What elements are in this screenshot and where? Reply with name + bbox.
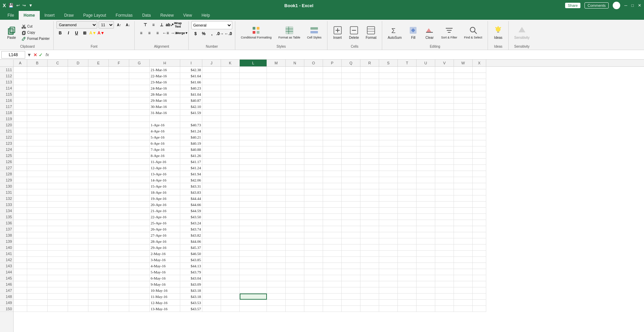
cell-a123[interactable] xyxy=(14,140,27,146)
cell-m150[interactable] xyxy=(267,306,286,312)
cell-k149[interactable] xyxy=(221,300,240,306)
row-num-139[interactable]: 139 xyxy=(0,238,13,244)
cell-a147[interactable] xyxy=(14,287,27,294)
cell-c146[interactable] xyxy=(48,281,68,287)
cell-x133[interactable] xyxy=(473,202,486,208)
cell-s116[interactable] xyxy=(379,97,398,104)
cell-a148[interactable] xyxy=(14,294,27,300)
cell-f111[interactable] xyxy=(109,67,129,73)
cell-n143[interactable] xyxy=(286,263,304,269)
format-painter-button[interactable]: Format Painter xyxy=(20,36,51,42)
cell-n134[interactable] xyxy=(286,208,304,214)
cell-c140[interactable] xyxy=(48,244,68,251)
align-middle-button[interactable]: ≡ xyxy=(150,21,157,29)
cell-d129[interactable] xyxy=(68,177,88,183)
cell-h119[interactable] xyxy=(150,116,180,122)
cell-u146[interactable] xyxy=(417,281,435,287)
cell-e144[interactable] xyxy=(88,269,109,275)
cell-a125[interactable] xyxy=(14,153,27,159)
cell-f149[interactable] xyxy=(109,300,129,306)
cell-l114[interactable] xyxy=(240,85,267,91)
cell-d132[interactable] xyxy=(68,195,88,202)
cell-s150[interactable] xyxy=(379,306,398,312)
cell-a112[interactable] xyxy=(14,73,27,79)
cell-b142[interactable] xyxy=(27,257,48,263)
cell-c131[interactable] xyxy=(48,189,68,195)
cell-r123[interactable] xyxy=(360,140,379,146)
cell-q124[interactable] xyxy=(342,146,360,153)
cell-h136[interactable]: 25-Apr-16 xyxy=(150,220,180,226)
formula-expand-button[interactable]: ▼ xyxy=(27,52,32,58)
cell-s129[interactable] xyxy=(379,177,398,183)
cell-h111[interactable]: 21-Mar-16 xyxy=(150,67,180,73)
cell-l123[interactable] xyxy=(240,140,267,146)
cell-i125[interactable]: $41.26 xyxy=(180,153,202,159)
cell-k135[interactable] xyxy=(221,214,240,220)
cell-u134[interactable] xyxy=(417,208,435,214)
row-num-138[interactable]: 138 xyxy=(0,232,13,238)
cell-i123[interactable]: $40.19 xyxy=(180,140,202,146)
cell-h120[interactable]: 1-Apr-16 xyxy=(150,122,180,128)
cell-e149[interactable] xyxy=(88,300,109,306)
cell-f136[interactable] xyxy=(109,220,129,226)
cell-q131[interactable] xyxy=(342,189,360,195)
cell-w126[interactable] xyxy=(454,159,473,165)
cell-x126[interactable] xyxy=(473,159,486,165)
cell-m129[interactable] xyxy=(267,177,286,183)
cell-b140[interactable] xyxy=(27,244,48,251)
cell-i149[interactable]: $43.53 xyxy=(180,300,202,306)
cell-m130[interactable] xyxy=(267,183,286,189)
cell-x148[interactable] xyxy=(473,294,486,300)
cell-q114[interactable] xyxy=(342,85,360,91)
cell-a126[interactable] xyxy=(14,159,27,165)
cell-f147[interactable] xyxy=(109,287,129,294)
cell-b113[interactable] xyxy=(27,79,48,85)
cell-m132[interactable] xyxy=(267,195,286,202)
cell-i112[interactable]: $41.64 xyxy=(180,73,202,79)
cell-i131[interactable]: $43.83 xyxy=(180,189,202,195)
cell-b126[interactable] xyxy=(27,159,48,165)
cell-x118[interactable] xyxy=(473,110,486,116)
cell-j130[interactable] xyxy=(202,183,221,189)
cell-t143[interactable] xyxy=(398,263,417,269)
cell-o134[interactable] xyxy=(304,208,323,214)
fill-color-button[interactable]: A▼ xyxy=(89,29,97,37)
cell-a144[interactable] xyxy=(14,269,27,275)
cell-o135[interactable] xyxy=(304,214,323,220)
cell-q111[interactable] xyxy=(342,67,360,73)
cell-q134[interactable] xyxy=(342,208,360,214)
cell-h112[interactable]: 22-Mar-16 xyxy=(150,73,180,79)
cell-c148[interactable] xyxy=(48,294,68,300)
cell-k140[interactable] xyxy=(221,244,240,251)
formula-input[interactable] xyxy=(52,52,643,57)
merge-center-button[interactable]: Merge▼ xyxy=(178,29,186,37)
cell-h126[interactable]: 11-Apr-16 xyxy=(150,159,180,165)
row-num-133[interactable]: 133 xyxy=(0,202,13,208)
row-num-128[interactable]: 128 xyxy=(0,171,13,177)
cell-i116[interactable]: $40.87 xyxy=(180,97,202,104)
cell-i122[interactable]: $40.21 xyxy=(180,134,202,140)
row-num-111[interactable]: 111 xyxy=(0,67,13,73)
col-header-r[interactable]: R xyxy=(360,60,379,66)
cell-t138[interactable] xyxy=(398,232,417,238)
cell-a122[interactable] xyxy=(14,134,27,140)
cell-k121[interactable] xyxy=(221,128,240,134)
cell-w149[interactable] xyxy=(454,300,473,306)
cell-t119[interactable] xyxy=(398,116,417,122)
cell-l121[interactable] xyxy=(240,128,267,134)
cell-s120[interactable] xyxy=(379,122,398,128)
cell-l122[interactable] xyxy=(240,134,267,140)
cell-i129[interactable]: $42.06 xyxy=(180,177,202,183)
cell-u122[interactable] xyxy=(417,134,435,140)
cell-f130[interactable] xyxy=(109,183,129,189)
col-header-d[interactable]: D xyxy=(68,60,88,66)
cell-x132[interactable] xyxy=(473,195,486,202)
cell-c129[interactable] xyxy=(48,177,68,183)
cell-j146[interactable] xyxy=(202,281,221,287)
cell-d119[interactable] xyxy=(68,116,88,122)
cell-l129[interactable] xyxy=(240,177,267,183)
cell-g133[interactable] xyxy=(129,202,150,208)
cell-u118[interactable] xyxy=(417,110,435,116)
cell-o119[interactable] xyxy=(304,116,323,122)
cell-p137[interactable] xyxy=(323,226,342,232)
